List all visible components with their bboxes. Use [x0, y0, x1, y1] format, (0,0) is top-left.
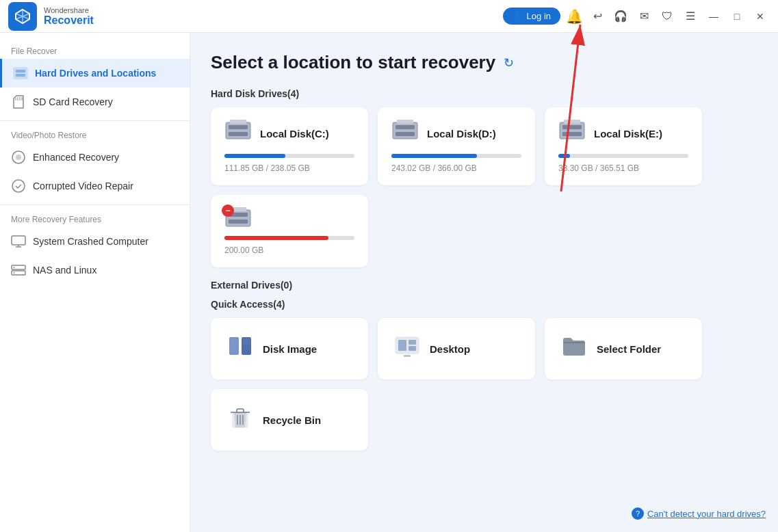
disk-image-card[interactable]: Disk Image [211, 318, 368, 380]
drive-d-top: Local Disk(D:) [391, 120, 521, 147]
page-title-row: Select a location to start recovery ↻ [211, 52, 757, 73]
select-folder-icon [561, 333, 587, 364]
recycle-bin-card[interactable]: Recycle Bin [211, 389, 368, 451]
error-drive-progress-fill [224, 236, 328, 240]
sidebar: File Recover Hard Drives and Locations [0, 33, 190, 532]
sd-card-label: SD Card Recovery [33, 96, 113, 107]
svg-rect-3 [16, 74, 25, 77]
hard-disk-label: Hard Disk Drives(4) [211, 88, 757, 99]
svg-rect-29 [564, 120, 580, 124]
svg-point-10 [12, 180, 25, 192]
drive-d-card[interactable]: Local Disk(D:) 243.02 GB / 366.00 GB [378, 107, 535, 185]
titlebar: Wondershare Recoverit 👤 Log in 🔔 ↩ 🎧 ✉ 🛡… [0, 0, 778, 33]
hard-drives-grid: Local Disk(C:) 111.85 GB / 238.05 GB [211, 107, 757, 267]
drive-e-progress-bg [558, 154, 688, 158]
desktop-label: Desktop [430, 343, 470, 355]
drive-d-name: Local Disk(D:) [427, 128, 496, 139]
system-crashed-icon [11, 234, 26, 249]
user-icon: 👤 [513, 11, 523, 21]
svg-rect-25 [397, 120, 413, 124]
main-layout: File Recover Hard Drives and Locations [0, 33, 778, 532]
app-logo [8, 2, 37, 31]
shield-icon[interactable]: 🛡 [658, 7, 677, 26]
divider-2 [0, 204, 190, 205]
headset-icon[interactable]: 🎧 [611, 7, 630, 26]
drive-c-name: Local Disk(C:) [260, 128, 329, 139]
close-button[interactable]: ✕ [751, 7, 770, 26]
svg-rect-18 [226, 122, 250, 139]
drive-d-progress-bg [391, 154, 521, 158]
svg-rect-24 [396, 132, 415, 136]
drive-e-icon [558, 120, 586, 147]
svg-rect-32 [229, 220, 248, 224]
corrupted-label: Corrupted Video Repair [33, 181, 133, 191]
more-label: More Recovery Features [0, 209, 190, 227]
svg-rect-40 [409, 340, 416, 345]
sidebar-item-corrupted[interactable]: Corrupted Video Repair [0, 172, 190, 200]
error-drive-card[interactable]: − 200.00 GB [211, 195, 368, 267]
refresh-button[interactable]: ↻ [504, 55, 514, 70]
page-title: Select a location to start recovery [211, 52, 495, 73]
enhanced-icon [11, 150, 26, 165]
file-recover-label: File Recover [0, 41, 190, 59]
app-name-block: Wondershare Recoverit [44, 6, 94, 27]
error-drive-top: − [224, 207, 354, 229]
notification-icon[interactable]: 🔔 [565, 7, 584, 26]
drive-c-size: 111.85 GB / 238.05 GB [224, 163, 354, 173]
titlebar-right: 👤 Log in 🔔 ↩ 🎧 ✉ 🛡 ☰ — □ ✕ [503, 7, 770, 26]
svg-rect-27 [562, 125, 582, 129]
login-label: Log in [527, 11, 551, 21]
desktop-icon [394, 333, 420, 364]
enhanced-label: Enhanced Recovery [33, 152, 119, 163]
nas-icon [11, 263, 26, 278]
cant-detect-link[interactable]: ? Can't detect your hard drives? [632, 507, 766, 520]
drive-c-card[interactable]: Local Disk(C:) 111.85 GB / 238.05 GB [211, 107, 368, 185]
video-photo-label: Video/Photo Restore [0, 125, 190, 143]
drive-c-progress-bg [224, 154, 354, 158]
sidebar-item-sd-card[interactable]: SD Card Recovery [0, 88, 190, 116]
select-folder-card[interactable]: Select Folder [545, 318, 702, 380]
error-drive-icon: − [224, 207, 252, 229]
app-brand: Wondershare [44, 6, 94, 14]
error-drive-size: 200.00 GB [224, 245, 354, 255]
hard-drives-icon [13, 66, 28, 81]
sidebar-item-nas[interactable]: NAS and Linux [0, 256, 190, 284]
svg-rect-37 [243, 338, 250, 345]
mail-icon[interactable]: ✉ [634, 7, 653, 26]
titlebar-left: Wondershare Recoverit [8, 2, 94, 31]
recycle-bin-label: Recycle Bin [263, 414, 321, 426]
desktop-card[interactable]: Desktop [378, 318, 535, 380]
svg-rect-1 [14, 68, 27, 79]
svg-rect-19 [229, 125, 248, 129]
disk-image-icon [227, 333, 253, 364]
cant-detect-text: Can't detect your hard drives? [647, 509, 766, 519]
sidebar-item-hard-drives[interactable]: Hard Drives and Locations [0, 59, 190, 88]
login-button[interactable]: 👤 Log in [503, 8, 560, 25]
drive-e-top: Local Disk(E:) [558, 120, 688, 147]
svg-rect-11 [12, 236, 25, 245]
select-folder-label: Select Folder [597, 343, 661, 355]
maximize-button[interactable]: □ [727, 7, 747, 26]
drive-e-progress-fill [558, 154, 570, 158]
menu-icon[interactable]: ☰ [681, 7, 700, 26]
drive-e-size: 33.30 GB / 365.51 GB [558, 163, 688, 173]
minimize-button[interactable]: — [704, 7, 723, 26]
sd-card-icon [11, 94, 26, 109]
svg-point-9 [16, 155, 21, 160]
sidebar-item-enhanced[interactable]: Enhanced Recovery [0, 143, 190, 172]
help-icon: ? [632, 507, 644, 520]
svg-rect-36 [231, 338, 237, 345]
external-drives-label: External Drives(0) [211, 280, 757, 291]
svg-rect-20 [229, 132, 248, 136]
svg-point-16 [14, 267, 15, 268]
drive-d-icon [391, 120, 419, 147]
drive-e-card[interactable]: Local Disk(E:) 33.30 GB / 365.51 GB [545, 107, 702, 185]
svg-rect-22 [393, 122, 417, 139]
sidebar-item-system-crashed[interactable]: System Crashed Computer [0, 227, 190, 256]
error-drive-progress-bg [224, 236, 354, 240]
drive-d-progress-fill [391, 154, 477, 158]
svg-rect-23 [396, 125, 415, 129]
back-icon[interactable]: ↩ [588, 7, 607, 26]
quick-access-label: Quick Access(4) [211, 299, 757, 310]
system-crashed-label: System Crashed Computer [33, 236, 148, 247]
